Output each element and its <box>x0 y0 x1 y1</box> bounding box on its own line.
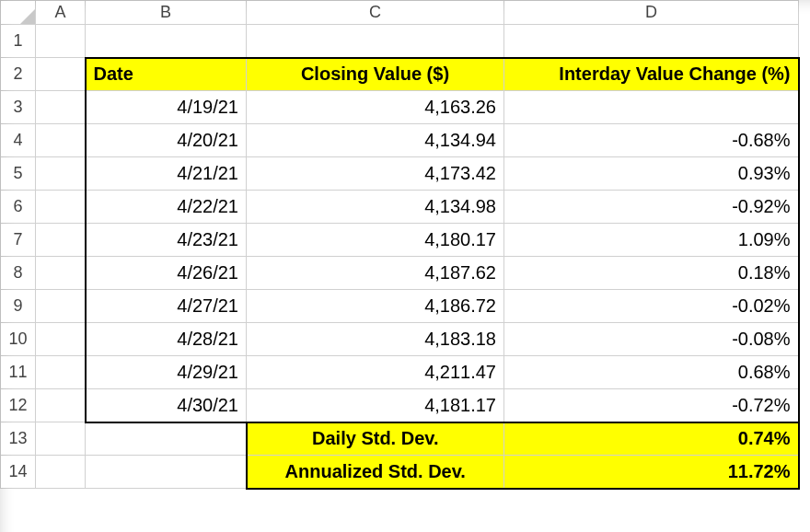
cell-D12[interactable]: -0.72% <box>504 389 799 422</box>
cell-D3[interactable] <box>504 91 799 124</box>
row-header[interactable]: 7 <box>1 224 36 257</box>
row-14: 14 Annualized Std. Dev. 11.72% <box>1 456 799 489</box>
row-header[interactable]: 2 <box>1 58 36 91</box>
cell-A3[interactable] <box>36 91 86 124</box>
cell-C8[interactable]: 4,187.62 <box>247 257 504 290</box>
cell-C12[interactable]: 4,181.17 <box>247 389 504 422</box>
row-9: 9 4/27/21 4,186.72 -0.02% <box>1 290 799 323</box>
cell-A13[interactable] <box>36 422 86 456</box>
column-header-row: A B C D <box>1 1 799 25</box>
cell-B10[interactable]: 4/28/21 <box>86 323 247 356</box>
col-header-D[interactable]: D <box>504 1 799 25</box>
col-header-A[interactable]: A <box>36 1 86 25</box>
cell-C9[interactable]: 4,186.72 <box>247 290 504 323</box>
row-4: 4 4/20/21 4,134.94 -0.68% <box>1 124 799 157</box>
row-5: 5 4/21/21 4,173.42 0.93% <box>1 157 799 191</box>
cell-C6[interactable]: 4,134.98 <box>247 191 504 224</box>
cell-A10[interactable] <box>36 323 86 356</box>
row-10: 10 4/28/21 4,183.18 -0.08% <box>1 323 799 356</box>
row-header[interactable]: 8 <box>1 257 36 290</box>
cell-C10[interactable]: 4,183.18 <box>247 323 504 356</box>
cell-B6[interactable]: 4/22/21 <box>86 191 247 224</box>
cell-B12[interactable]: 4/30/21 <box>86 389 247 422</box>
cell-B3[interactable]: 4/19/21 <box>86 91 247 124</box>
cell-D11[interactable]: 0.68% <box>504 356 799 389</box>
cell-A7[interactable] <box>36 224 86 257</box>
select-all-corner[interactable] <box>1 1 36 25</box>
row-header[interactable]: 6 <box>1 191 36 224</box>
row-header[interactable]: 9 <box>1 290 36 323</box>
summary-annual-label: Annualized Std. Dev. <box>248 457 504 486</box>
cell-C5[interactable]: 4,173.42 <box>247 157 504 191</box>
row-header[interactable]: 12 <box>1 389 36 422</box>
cell-B5[interactable]: 4/21/21 <box>86 157 247 191</box>
cell-B7[interactable]: 4/23/21 <box>86 224 247 257</box>
cell-A2[interactable] <box>36 58 86 91</box>
cell-B11[interactable]: 4/29/21 <box>86 356 247 389</box>
row-header[interactable]: 14 <box>1 456 36 489</box>
row-header[interactable]: 1 <box>1 25 36 58</box>
cell-D10[interactable]: -0.08% <box>504 323 799 356</box>
header-date: Date <box>87 60 247 88</box>
row-11: 11 4/29/21 4,211.47 0.68% <box>1 356 799 389</box>
cell-A1[interactable] <box>36 25 86 58</box>
cell-D1[interactable] <box>504 25 799 58</box>
cell-D8[interactable]: 0.18% <box>504 257 799 290</box>
cell-A5[interactable] <box>36 157 86 191</box>
cell-A4[interactable] <box>36 124 86 157</box>
col-header-B[interactable]: B <box>86 1 247 25</box>
cell-D2[interactable]: Interday Value Change (%) <box>504 58 799 91</box>
cell-B9[interactable]: 4/27/21 <box>86 290 247 323</box>
cell-D4[interactable]: -0.68% <box>504 124 799 157</box>
cell-D9[interactable]: -0.02% <box>504 290 799 323</box>
row-3: 3 4/19/21 4,163.26 <box>1 91 799 124</box>
cell-D7[interactable]: 1.09% <box>504 224 799 257</box>
summary-annual-value: 11.72% <box>504 457 798 486</box>
cell-D14[interactable]: 11.72% <box>504 456 799 489</box>
row-8: 8 4/26/21 4,187.62 0.18% <box>1 257 799 290</box>
summary-daily-value: 0.74% <box>504 424 798 453</box>
row-6: 6 4/22/21 4,134.98 -0.92% <box>1 191 799 224</box>
cell-B1[interactable] <box>86 25 247 58</box>
cell-A14[interactable] <box>36 456 86 489</box>
cell-C14[interactable]: Annualized Std. Dev. <box>247 456 504 489</box>
cell-C11[interactable]: 4,211.47 <box>247 356 504 389</box>
cell-D13[interactable]: 0.74% <box>504 422 799 456</box>
cell-C4[interactable]: 4,134.94 <box>247 124 504 157</box>
cell-A12[interactable] <box>36 389 86 422</box>
row-7: 7 4/23/21 4,180.17 1.09% <box>1 224 799 257</box>
spreadsheet[interactable]: A B C D 1 2 Date Closing Value ($) Inter… <box>0 0 800 490</box>
header-closing: Closing Value ($) <box>247 60 503 88</box>
col-header-C[interactable]: C <box>247 1 504 25</box>
cell-A11[interactable] <box>36 356 86 389</box>
summary-daily-label: Daily Std. Dev. <box>248 424 504 453</box>
cell-B2[interactable]: Date <box>86 58 247 91</box>
row-2: 2 Date Closing Value ($) Interday Value … <box>1 58 799 91</box>
cell-C1[interactable] <box>247 25 504 58</box>
cell-A8[interactable] <box>36 257 86 290</box>
cell-C13[interactable]: Daily Std. Dev. <box>247 422 504 456</box>
cell-D5[interactable]: 0.93% <box>504 157 799 191</box>
cell-B4[interactable]: 4/20/21 <box>86 124 247 157</box>
cell-B13[interactable] <box>86 422 247 456</box>
row-header[interactable]: 13 <box>1 422 36 456</box>
row-header[interactable]: 10 <box>1 323 36 356</box>
row-header[interactable]: 11 <box>1 356 36 389</box>
row-13: 13 Daily Std. Dev. 0.74% <box>1 422 799 456</box>
row-12: 12 4/30/21 4,181.17 -0.72% <box>1 389 799 422</box>
cell-D6[interactable]: -0.92% <box>504 191 799 224</box>
row-1: 1 <box>1 25 799 58</box>
cell-B8[interactable]: 4/26/21 <box>86 257 247 290</box>
cell-C3[interactable]: 4,163.26 <box>247 91 504 124</box>
cell-A6[interactable] <box>36 191 86 224</box>
header-change: Interday Value Change (%) <box>504 60 798 88</box>
cell-A9[interactable] <box>36 290 86 323</box>
cell-B14[interactable] <box>86 456 247 489</box>
row-header[interactable]: 4 <box>1 124 36 157</box>
row-header[interactable]: 5 <box>1 157 36 191</box>
cell-C2[interactable]: Closing Value ($) <box>247 58 504 91</box>
cell-C7[interactable]: 4,180.17 <box>247 224 504 257</box>
row-header[interactable]: 3 <box>1 91 36 124</box>
